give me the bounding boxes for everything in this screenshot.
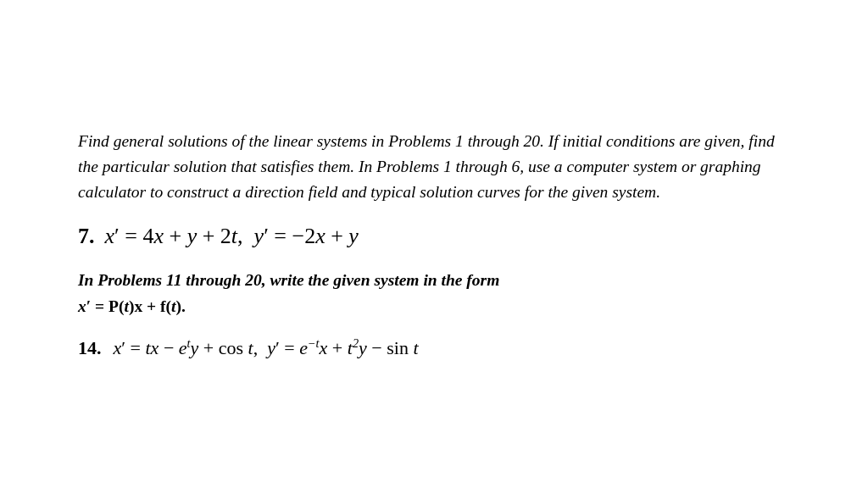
page-content: Find general solutions of the linear sys… [44,103,824,385]
problem-7-equation: x′ = 4x + y + 2t, y′ = −2x + y [105,224,359,249]
problem-7: 7. x′ = 4x + y + 2t, y′ = −2x + y [78,224,790,249]
problem-14-number: 14. [78,337,102,359]
intro-paragraph: Find general solutions of the linear sys… [78,129,790,206]
problem-14-equation: x′ = tx − ety + cos t, y′ = e−tx + t2y −… [114,336,419,359]
problem-7-number: 7. [78,224,95,249]
middle-text-block: In Problems 11 through 20, write the giv… [78,268,790,319]
middle-bold-line: In Problems 11 through 20, write the giv… [78,271,499,289]
problem-14: 14. x′ = tx − ety + cos t, y′ = e−tx + t… [78,336,790,359]
middle-equation-line: x′ = P(t)x + f(t). [78,297,186,315]
